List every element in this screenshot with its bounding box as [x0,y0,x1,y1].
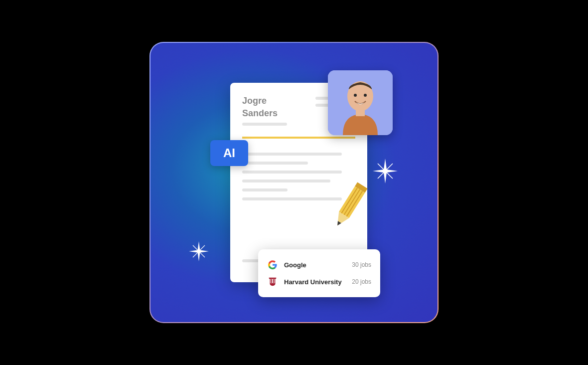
placeholder-line [242,162,308,165]
placeholder-line [242,123,287,126]
google-logo-icon [267,259,278,270]
harvard-logo-icon [267,276,278,287]
job-company-name: Harvard University [284,278,352,286]
job-count: 20 jobs [352,278,371,285]
ai-badge-label: AI [223,146,235,160]
avatar-illustration [328,70,393,135]
job-row[interactable]: Harvard University 20 jobs [267,273,371,290]
placeholder-line [242,188,288,191]
ai-badge: AI [210,140,248,166]
jobs-card: Google 30 jobs Harvard University 20 job… [258,249,380,297]
sparkle-icon [373,159,398,183]
svg-point-3 [364,94,367,97]
sparkle-icon [189,241,209,261]
divider-accent [242,137,355,139]
promo-frame: Jogre Sanders [149,42,439,323]
svg-rect-13 [271,279,272,281]
svg-rect-16 [273,281,275,283]
svg-rect-15 [271,281,272,283]
svg-rect-4 [356,109,365,116]
svg-rect-14 [273,279,275,281]
placeholder-line [242,171,342,174]
first-name: Jogre [242,96,267,106]
placeholder-line [242,153,342,156]
job-company-name: Google [284,261,352,269]
svg-point-2 [354,94,357,97]
profile-avatar [328,70,393,135]
promo-panel: Jogre Sanders [150,43,438,322]
last-name: Sanders [242,108,278,118]
placeholder-line [242,180,330,182]
job-count: 30 jobs [352,261,371,268]
job-row[interactable]: Google 30 jobs [267,256,371,273]
placeholder-line [242,197,342,200]
